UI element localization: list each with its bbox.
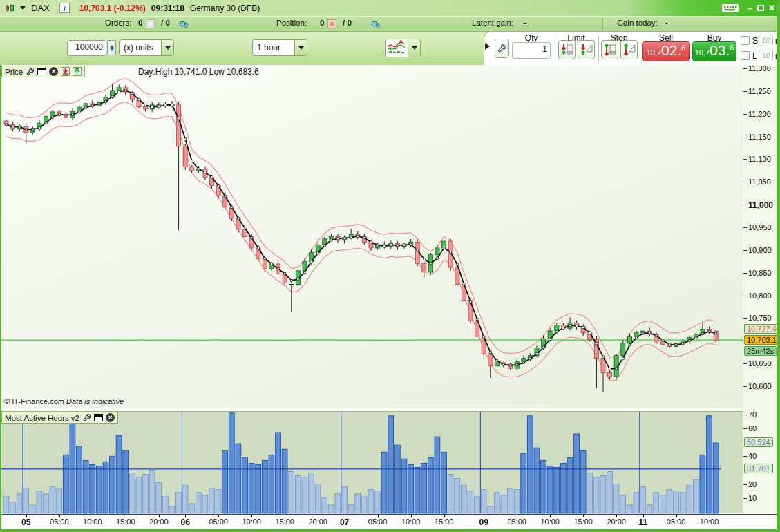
price-sell-marker-icon[interactable] (61, 67, 70, 76)
title-bar: DAX i 10,703.1 (-0.12%) 09:31:18 Germany… (0, 0, 780, 16)
time-tick-label: 10:00 (242, 517, 261, 526)
quantity-input[interactable]: 100000 (67, 40, 106, 56)
time-tick-label: 20:00 (149, 517, 169, 526)
limit-order-button[interactable] (558, 40, 576, 59)
price-close-icon[interactable]: ✕ (49, 67, 58, 76)
time-tick-label: 05:00 (667, 517, 686, 526)
limit-arrows-icon (561, 43, 573, 57)
indicator-settings-icon[interactable] (82, 413, 91, 422)
candlestick-logo-icon (6, 3, 15, 12)
position-count: 0 (320, 19, 324, 27)
stop-checkbox[interactable] (741, 36, 750, 45)
limit-order-alt-button[interactable] (578, 40, 595, 59)
window-border-right (777, 0, 780, 532)
quantity-stepper[interactable] (107, 40, 116, 55)
position-label: Position: (276, 19, 307, 27)
close-button[interactable]: ✕ (766, 3, 777, 13)
price-tick-label: 11,200 (748, 110, 771, 118)
stop-order-alt-button[interactable] (620, 40, 638, 59)
stop-arrows-icon (604, 43, 616, 57)
sell-price-sup: 6 (681, 44, 685, 52)
buy-button[interactable]: 10,703.6 (692, 41, 736, 61)
time-tick-label: 05 (21, 517, 30, 527)
limit-arrows-alt-icon (580, 43, 593, 57)
gain-today-label: Gain today: (617, 19, 658, 27)
candle-countdown-marker: 28m42s (744, 346, 777, 356)
sell-button[interactable]: 10,702.6 (642, 41, 690, 61)
clock: 09:31:18 (151, 3, 184, 13)
keyboard-icon[interactable] (721, 2, 740, 14)
price-tick-label: 10,750 (748, 314, 772, 322)
price-chart-plot[interactable]: © IT-Finance.com Data is indicative (1, 65, 743, 408)
trade-qty-input[interactable]: 1 (512, 42, 551, 59)
indicator-plot[interactable] (1, 411, 743, 513)
disclaimer-text: Data is indicative (66, 397, 124, 406)
indicator-axis[interactable]: 706040201050.52431.781 (743, 408, 777, 514)
latent-gain-value: - (524, 19, 526, 27)
sell-price-main: 02. (661, 42, 681, 59)
instrument-dropdown-icon[interactable] (20, 6, 26, 10)
time-tick-label: 15:00 (573, 517, 593, 526)
indicator-tick-label: 40 (748, 452, 757, 460)
indicator-detach-icon[interactable] (94, 414, 103, 421)
stop-order-button[interactable] (601, 40, 618, 59)
indicator-close-icon[interactable]: ✕ (106, 413, 115, 422)
time-tick-label: 10:00 (401, 517, 421, 526)
close-position-icon[interactable]: ✕ (327, 19, 336, 28)
info-button[interactable]: i (59, 3, 70, 13)
price-chart-canvas (1, 65, 743, 408)
window-border-bottom (0, 529, 780, 532)
latest-value-marker: 50.524 (744, 437, 773, 447)
price-axis[interactable]: 11,30011,25011,20011,15011,10011,05011,0… (743, 65, 777, 408)
price-panel-header: Price ✕ (1, 66, 85, 77)
day-range-readout: Day:High 10,741.0 Low 10,683.6 (138, 67, 259, 77)
limit-checkbox[interactable] (741, 51, 750, 60)
time-tick-label: 15:00 (435, 517, 454, 526)
indicator-canvas (1, 412, 743, 514)
sell-price-prefix: 10,7 (647, 48, 661, 57)
timeframe-select[interactable]: 1 hour (252, 39, 307, 56)
copyright-text: © IT-Finance.com (4, 397, 64, 406)
limit-checkbox-label: L (752, 51, 757, 61)
trade-settings-button[interactable] (495, 39, 509, 58)
price-tick-label: 10,600 (748, 382, 772, 390)
time-axis[interactable]: 0505:0010:0015:0020:000605:0010:0015:002… (0, 514, 777, 529)
chart-style-button[interactable] (385, 39, 421, 57)
units-dropdown-icon[interactable] (161, 40, 173, 55)
time-tick-label: 10:00 (83, 517, 102, 526)
price-tick-label: 10,950 (748, 223, 772, 231)
time-tick-label: 07 (340, 517, 349, 527)
time-tick-label: 09 (479, 517, 488, 527)
price-settings-icon[interactable] (26, 67, 35, 76)
orders-settings-icon[interactable]: ⚙ (178, 19, 187, 29)
price-buy-marker-icon[interactable] (73, 67, 82, 76)
price-detach-icon[interactable] (37, 68, 46, 75)
time-tick-label: 11 (638, 517, 647, 527)
stop-pts-input[interactable]: 10 (759, 35, 773, 46)
orders-working: / 0 (161, 19, 170, 27)
price-tick-label: 10,800 (748, 292, 772, 300)
collapse-trade-panel-icon[interactable] (485, 43, 490, 50)
time-tick-label: 05:00 (507, 517, 526, 526)
indicator-tick-label: 20 (748, 480, 757, 488)
instrument-symbol[interactable]: DAX (31, 3, 50, 13)
timeframe-dropdown-icon[interactable] (294, 40, 307, 55)
time-tick-label: 05:00 (368, 517, 388, 526)
trading-window: DAX i 10,703.1 (-0.12%) 09:31:18 Germany… (0, 0, 780, 532)
maximize-button[interactable] (755, 3, 766, 13)
limit-pts-input[interactable]: 10 (759, 50, 773, 61)
status-bar: Orders: 0 ✕ / 0 ⚙ Position: 0 ✕ / 0 ⚙ La… (0, 16, 780, 32)
orders-count: 0 (138, 19, 142, 27)
chart-style-icon (386, 40, 408, 56)
chart-style-dropdown-icon[interactable] (408, 39, 420, 57)
cancel-orders-icon[interactable]: ✕ (146, 19, 155, 28)
units-select[interactable]: (x) units (119, 39, 174, 56)
price-tick-label: 10,850 (748, 269, 772, 277)
price-panel-title: Price (5, 68, 23, 76)
minimize-button[interactable]: – (744, 3, 755, 13)
time-tick-label: 15:00 (116, 517, 135, 526)
wrench-icon (497, 44, 507, 53)
position-settings-icon[interactable]: ⚙ (370, 19, 379, 29)
indicator-tick-label: 60 (748, 424, 757, 433)
time-tick-label: 10:00 (540, 517, 560, 526)
